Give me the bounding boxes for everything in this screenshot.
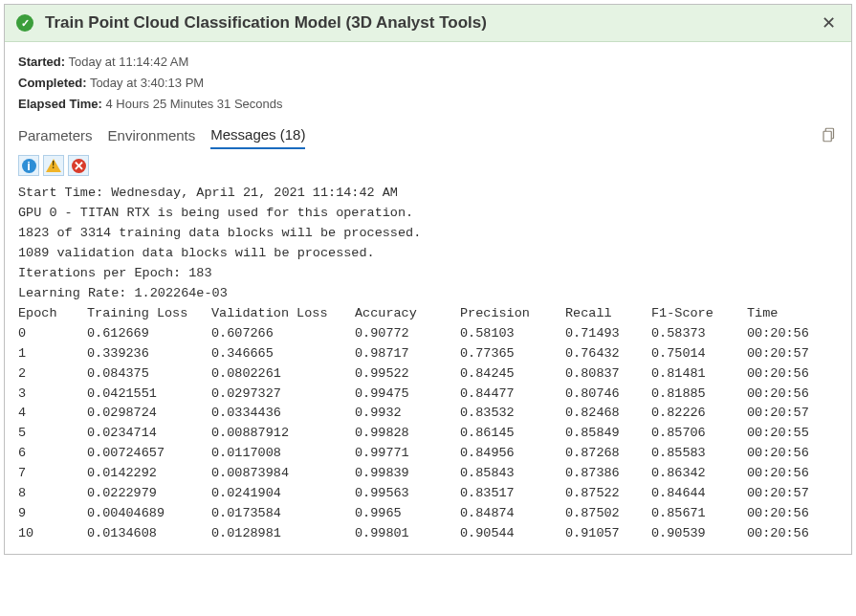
cell: 8 <box>18 484 87 504</box>
tab-messages[interactable]: Messages (18) <box>210 121 305 149</box>
log-line: GPU 0 - TITAN RTX is being used for this… <box>18 204 838 224</box>
cell: 0.85849 <box>565 424 651 444</box>
cell: 0.84956 <box>460 444 565 464</box>
error-filter-icon[interactable]: ✕ <box>68 155 89 176</box>
log-line: Iterations per Epoch: 183 <box>18 264 838 284</box>
cell: 0.86342 <box>651 464 747 484</box>
cell: 0.58103 <box>460 324 565 344</box>
cell: 0.77365 <box>460 344 565 364</box>
started-value: Today at 11:14:42 AM <box>69 55 189 69</box>
cell: 0.99828 <box>355 424 460 444</box>
elapsed-label: Elapsed Time: <box>18 97 102 111</box>
cell: 0.99475 <box>355 385 460 405</box>
elapsed-value: 4 Hours 25 Minutes 31 Seconds <box>106 97 283 111</box>
message-log: Start Time: Wednesday, April 21, 2021 11… <box>5 180 851 554</box>
tab-bar: Parameters Environments Messages (18) <box>5 121 851 149</box>
cell: 00:20:57 <box>747 484 833 504</box>
col-header: Precision <box>460 304 565 324</box>
cell: 0.91057 <box>565 524 651 544</box>
cell: 0.00887912 <box>211 424 355 444</box>
cell: 0.00873984 <box>211 464 355 484</box>
cell: 00:20:56 <box>747 444 833 464</box>
cell: 10 <box>18 524 87 544</box>
col-header: Accuracy <box>355 304 460 324</box>
cell: 0.84477 <box>460 385 565 405</box>
cell: 00:20:56 <box>747 524 833 544</box>
cell: 0.87268 <box>565 444 651 464</box>
cell: 0.81885 <box>651 385 747 405</box>
cell: 0.0222979 <box>87 484 211 504</box>
table-row: 60.007246570.01170080.997710.849560.8726… <box>18 444 838 464</box>
cell: 0.0128981 <box>211 524 355 544</box>
table-row: 100.01346080.01289810.998010.905440.9105… <box>18 524 838 544</box>
cell: 0 <box>18 324 87 344</box>
copy-icon[interactable] <box>821 125 838 144</box>
cell: 1 <box>18 344 87 364</box>
cell: 0.84874 <box>460 504 565 524</box>
table-header-row: EpochTraining LossValidation LossAccurac… <box>18 304 838 324</box>
tab-environments[interactable]: Environments <box>108 121 196 148</box>
table-row: 50.02347140.008879120.998280.861450.8584… <box>18 424 838 444</box>
close-icon[interactable]: ✕ <box>818 12 840 33</box>
cell: 0.346665 <box>211 344 355 364</box>
cell: 0.0234714 <box>87 424 211 444</box>
message-filter-icons: i ✕ <box>5 149 851 180</box>
cell: 0.85843 <box>460 464 565 484</box>
cell: 4 <box>18 404 87 424</box>
col-header: F1-Score <box>651 304 747 324</box>
cell: 0.99839 <box>355 464 460 484</box>
success-icon: ✓ <box>16 14 33 32</box>
log-line: 1823 of 3314 training data blocks will b… <box>18 224 838 244</box>
cell: 0.85671 <box>651 504 747 524</box>
tab-parameters[interactable]: Parameters <box>18 121 93 148</box>
run-metadata: Started: Today at 11:14:42 AM Completed:… <box>5 42 851 121</box>
col-header: Time <box>747 304 833 324</box>
cell: 0.87502 <box>565 504 651 524</box>
cell: 0.607266 <box>211 324 355 344</box>
col-header: Validation Loss <box>211 304 355 324</box>
cell: 0.80746 <box>565 385 651 405</box>
completed-label: Completed: <box>18 76 87 90</box>
cell: 0.71493 <box>565 324 651 344</box>
cell: 0.80837 <box>565 364 651 385</box>
tool-title: Train Point Cloud Classification Model (… <box>45 13 818 33</box>
cell: 0.75014 <box>651 344 747 364</box>
cell: 0.00404689 <box>87 504 211 524</box>
cell: 00:20:56 <box>747 324 833 344</box>
cell: 0.85583 <box>651 444 747 464</box>
result-header: ✓ Train Point Cloud Classification Model… <box>5 5 851 42</box>
warning-filter-icon[interactable] <box>43 155 64 176</box>
cell: 0.0134608 <box>87 524 211 544</box>
log-line: 1089 validation data blocks will be proc… <box>18 244 838 264</box>
col-header: Recall <box>565 304 651 324</box>
cell: 0.0802261 <box>211 364 355 385</box>
started-label: Started: <box>18 55 65 69</box>
cell: 00:20:55 <box>747 424 833 444</box>
cell: 0.0142292 <box>87 464 211 484</box>
table-row: 30.04215510.02973270.994750.844770.80746… <box>18 385 838 405</box>
cell: 0.0298724 <box>87 404 211 424</box>
col-header: Epoch <box>18 304 87 324</box>
col-header: Training Loss <box>87 304 211 324</box>
cell: 0.0117008 <box>211 444 355 464</box>
cell: 0.82468 <box>565 404 651 424</box>
cell: 0.84245 <box>460 364 565 385</box>
table-row: 90.004046890.01735840.99650.848740.87502… <box>18 504 838 524</box>
cell: 0.90772 <box>355 324 460 344</box>
cell: 0.81481 <box>651 364 747 385</box>
cell: 7 <box>18 464 87 484</box>
info-filter-icon[interactable]: i <box>18 155 39 176</box>
table-row: 70.01422920.008739840.998390.858430.8738… <box>18 464 838 484</box>
cell: 00:20:56 <box>747 364 833 385</box>
cell: 0.83517 <box>460 484 565 504</box>
cell: 0.84644 <box>651 484 747 504</box>
cell: 0.0421551 <box>87 385 211 405</box>
cell: 0.00724657 <box>87 444 211 464</box>
cell: 00:20:56 <box>747 385 833 405</box>
cell: 0.85706 <box>651 424 747 444</box>
cell: 0.99563 <box>355 484 460 504</box>
table-row: 00.6126690.6072660.907720.581030.714930.… <box>18 324 838 344</box>
cell: 0.87522 <box>565 484 651 504</box>
completed-value: Today at 3:40:13 PM <box>90 76 204 90</box>
cell: 0.87386 <box>565 464 651 484</box>
